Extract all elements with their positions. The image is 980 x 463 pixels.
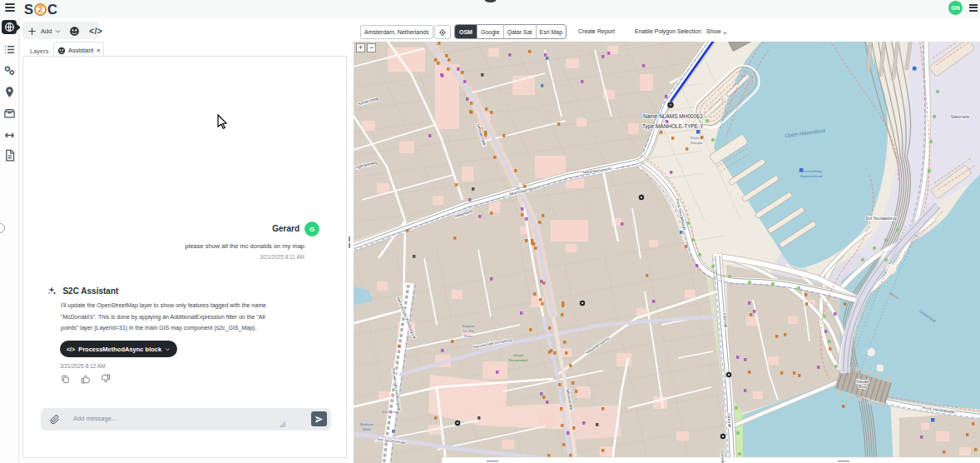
svg-text:Nieuwe: Nieuwe (856, 380, 869, 384)
svg-text:Brug: Brug (859, 385, 867, 389)
svg-text:Hotel: Hotel (464, 334, 472, 338)
svg-text:Damrak: Damrak (726, 413, 732, 428)
svg-text:Barbizon: Barbizon (360, 422, 374, 426)
svg-text:Veerpla: Veerpla (690, 141, 703, 145)
svg-text:De Lansky: De Lansky (383, 410, 398, 414)
svg-text:Fietsenstalling: Fietsenstalling (799, 169, 822, 173)
svg-text:Sint Nicolaasbrug: Sint Nicolaasbrug (865, 217, 897, 221)
svg-text:Nieuwendijck: Nieuwendijck (508, 358, 528, 362)
svg-text:De Witt: De Witt (463, 329, 474, 333)
svg-text:IJsvrije: IJsvrije (513, 353, 524, 357)
svg-text:Type:MANHOLE-TYPE-Y: Type:MANHOLE-TYPE-Y (642, 123, 704, 130)
svg-text:Hotel: Hotel (363, 427, 370, 431)
svg-text:Kimpton: Kimpton (463, 324, 475, 328)
svg-text:Name:NLAMS.MH00063: Name:NLAMS.MH00063 (643, 113, 703, 119)
svg-text:Stationseiland: Stationseiland (800, 174, 823, 178)
svg-text:Stationsple: Stationsple (951, 115, 970, 119)
svg-text:Ponts &: Ponts & (690, 136, 703, 140)
